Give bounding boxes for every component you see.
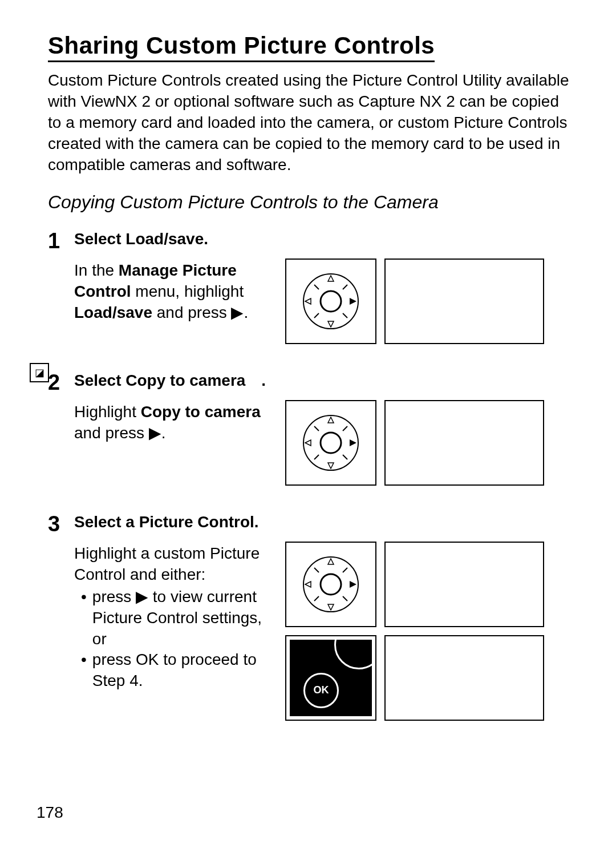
ok-button-icon: OK bbox=[285, 635, 376, 721]
svg-line-18 bbox=[314, 455, 319, 459]
bullet-item: press OK to proceed to Step 4. bbox=[81, 649, 279, 692]
svg-line-27 bbox=[343, 568, 347, 572]
svg-marker-23 bbox=[328, 604, 334, 610]
svg-marker-2 bbox=[328, 276, 334, 281]
section-tab-icon: ◪ bbox=[30, 363, 49, 382]
step-3: 3 Select a Picture Control. Highlight a … bbox=[48, 512, 574, 721]
svg-marker-22 bbox=[328, 559, 334, 564]
svg-line-26 bbox=[314, 568, 319, 572]
lcd-placeholder bbox=[384, 635, 544, 721]
svg-line-28 bbox=[314, 596, 319, 601]
svg-marker-4 bbox=[305, 298, 311, 304]
svg-marker-15 bbox=[350, 439, 356, 446]
multi-selector-right-icon bbox=[285, 400, 376, 486]
step-desc: In the Manage Picture Control menu, high… bbox=[74, 260, 279, 324]
svg-line-7 bbox=[343, 285, 347, 289]
step-number: 3 bbox=[48, 512, 74, 535]
svg-line-6 bbox=[314, 285, 319, 289]
multi-selector-right-icon bbox=[285, 542, 376, 627]
step-1: 1 Select Load/save. In the Manage Pictur… bbox=[48, 229, 574, 344]
lcd-placeholder bbox=[384, 400, 544, 486]
section-subtitle: Copying Custom Picture Controls to the C… bbox=[48, 192, 574, 213]
bullet-item: press ▶ to view current Picture Control … bbox=[81, 587, 279, 650]
lcd-placeholder bbox=[384, 259, 544, 344]
svg-line-29 bbox=[343, 596, 347, 601]
svg-line-8 bbox=[314, 313, 319, 318]
svg-marker-13 bbox=[328, 463, 334, 469]
svg-marker-5 bbox=[350, 298, 356, 305]
step-desc: Highlight a custom Picture Control and e… bbox=[74, 543, 279, 692]
step-heading: Select Copy to camera. bbox=[74, 370, 279, 391]
svg-point-1 bbox=[321, 291, 341, 312]
svg-point-11 bbox=[321, 433, 341, 453]
svg-point-21 bbox=[321, 574, 341, 595]
svg-marker-25 bbox=[350, 581, 356, 588]
step-heading: Select a Picture Control. bbox=[74, 512, 279, 533]
step-number: 1 bbox=[48, 229, 74, 252]
step-2: 2 Select Copy to camera. Highlight Copy … bbox=[48, 370, 574, 486]
step-desc: Highlight Copy to camera and press ▶. bbox=[74, 402, 279, 444]
svg-marker-3 bbox=[328, 321, 334, 327]
page-title: Sharing Custom Picture Controls bbox=[48, 32, 435, 62]
step-heading: Select Load/save. bbox=[74, 229, 279, 250]
svg-marker-14 bbox=[305, 440, 311, 446]
page-number: 178 bbox=[37, 803, 63, 822]
intro-paragraph: Custom Picture Controls created using th… bbox=[48, 70, 574, 176]
svg-line-9 bbox=[343, 313, 347, 318]
ok-label: OK bbox=[303, 673, 339, 708]
svg-line-16 bbox=[314, 426, 319, 431]
multi-selector-right-icon bbox=[285, 259, 376, 344]
step-number: 2 bbox=[48, 370, 74, 393]
lcd-placeholder bbox=[384, 542, 544, 627]
svg-marker-12 bbox=[328, 417, 334, 423]
svg-line-19 bbox=[343, 455, 347, 459]
svg-line-17 bbox=[343, 426, 347, 431]
svg-marker-24 bbox=[305, 582, 311, 587]
